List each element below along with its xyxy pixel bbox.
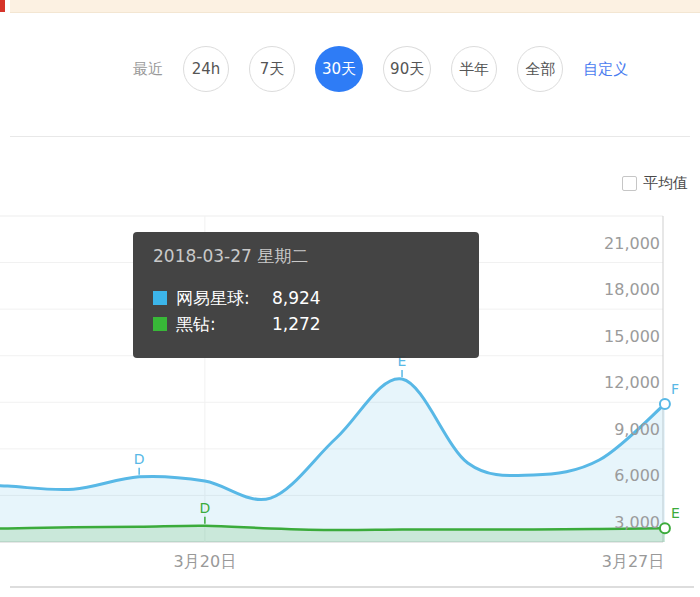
y-axis-label: 12,000 [570,373,660,392]
marker-label: D [134,451,145,467]
average-checkbox-label: 平均值 [643,174,688,193]
x-axis-label: 3月20日 [160,552,250,572]
tooltip-date: 2018-03-27 星期二 [153,245,459,268]
trend-chart-card: 平均值 DEFDE 3,0006,0009,00012,00015,00018,… [0,0,700,597]
tooltip-series-value: 1,272 [272,314,321,334]
marker-label: D [199,500,210,516]
average-checkbox[interactable]: 平均值 [622,174,688,193]
tooltip-row-green: 黑钻: 1,272 [153,311,459,337]
y-axis-label: 3,000 [570,513,660,532]
x-axis-label: 3月27日 [588,552,678,572]
checkbox-icon[interactable] [622,176,637,191]
y-axis-label: 15,000 [570,327,660,346]
series-swatch-blue-icon [153,291,167,305]
footer-divider [10,586,694,588]
series-swatch-green-icon [153,317,167,331]
tooltip-series-value: 8,924 [272,288,321,308]
y-axis-label: 21,000 [570,234,660,253]
tooltip-series-name: 网易星球: [176,287,272,310]
y-axis-label: 6,000 [570,466,660,485]
marker-label: F [671,381,679,397]
tooltip-series-name: 黑钻: [176,313,272,336]
y-axis-label: 18,000 [570,280,660,299]
endpoint-marker [660,399,670,409]
marker-label: E [671,505,680,521]
trend-dashboard: 最近 24h7天30天90天半年全部 自定义 平均值 DEFDE 3,0006,… [0,0,700,597]
tooltip-row-blue: 网易星球: 8,924 [153,285,459,311]
chart-tooltip: 2018-03-27 星期二 网易星球: 8,924 黑钻: 1,272 [133,232,479,358]
y-axis-label: 9,000 [570,420,660,439]
endpoint-marker [660,523,670,533]
